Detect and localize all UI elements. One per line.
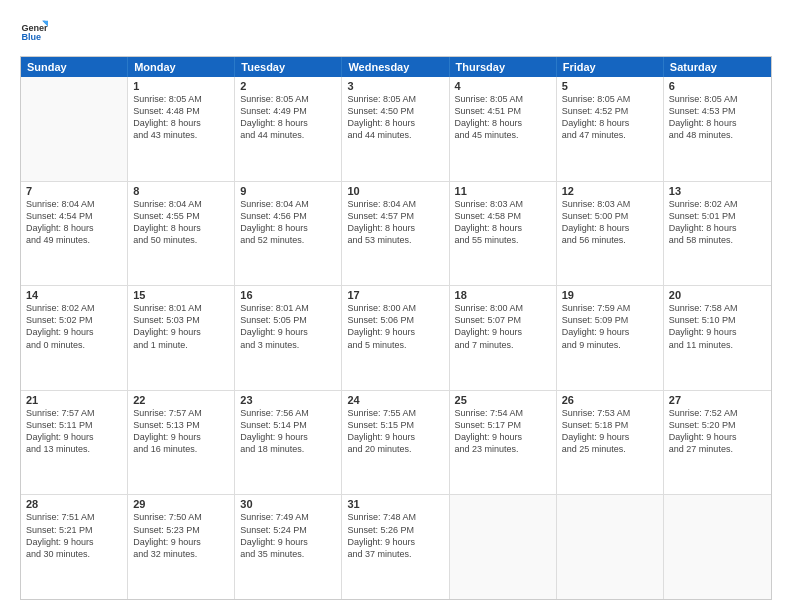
day-number: 29 — [133, 498, 229, 510]
day-number: 23 — [240, 394, 336, 406]
day-number: 10 — [347, 185, 443, 197]
cell-daylight-info: Sunrise: 8:03 AM Sunset: 4:58 PM Dayligh… — [455, 198, 551, 247]
cell-daylight-info: Sunrise: 8:02 AM Sunset: 5:02 PM Dayligh… — [26, 302, 122, 351]
day-header-sunday: Sunday — [21, 57, 128, 77]
calendar-cell-29: 29Sunrise: 7:50 AM Sunset: 5:23 PM Dayli… — [128, 495, 235, 599]
day-number: 31 — [347, 498, 443, 510]
calendar-row-4: 21Sunrise: 7:57 AM Sunset: 5:11 PM Dayli… — [21, 391, 771, 496]
day-number: 27 — [669, 394, 766, 406]
day-number: 20 — [669, 289, 766, 301]
day-number: 5 — [562, 80, 658, 92]
calendar-cell-8: 8Sunrise: 8:04 AM Sunset: 4:55 PM Daylig… — [128, 182, 235, 286]
cell-daylight-info: Sunrise: 7:52 AM Sunset: 5:20 PM Dayligh… — [669, 407, 766, 456]
cell-daylight-info: Sunrise: 8:05 AM Sunset: 4:50 PM Dayligh… — [347, 93, 443, 142]
cell-daylight-info: Sunrise: 7:48 AM Sunset: 5:26 PM Dayligh… — [347, 511, 443, 560]
calendar-cell-18: 18Sunrise: 8:00 AM Sunset: 5:07 PM Dayli… — [450, 286, 557, 390]
day-number: 3 — [347, 80, 443, 92]
calendar-cell-10: 10Sunrise: 8:04 AM Sunset: 4:57 PM Dayli… — [342, 182, 449, 286]
cell-daylight-info: Sunrise: 8:02 AM Sunset: 5:01 PM Dayligh… — [669, 198, 766, 247]
day-number: 22 — [133, 394, 229, 406]
calendar-cell-empty — [21, 77, 128, 181]
calendar-row-3: 14Sunrise: 8:02 AM Sunset: 5:02 PM Dayli… — [21, 286, 771, 391]
calendar-row-2: 7Sunrise: 8:04 AM Sunset: 4:54 PM Daylig… — [21, 182, 771, 287]
cell-daylight-info: Sunrise: 8:04 AM Sunset: 4:57 PM Dayligh… — [347, 198, 443, 247]
calendar-body: 1Sunrise: 8:05 AM Sunset: 4:48 PM Daylig… — [21, 77, 771, 599]
day-number: 26 — [562, 394, 658, 406]
page-header: General Blue — [20, 18, 772, 46]
day-header-thursday: Thursday — [450, 57, 557, 77]
calendar-cell-17: 17Sunrise: 8:00 AM Sunset: 5:06 PM Dayli… — [342, 286, 449, 390]
calendar-cell-13: 13Sunrise: 8:02 AM Sunset: 5:01 PM Dayli… — [664, 182, 771, 286]
cell-daylight-info: Sunrise: 8:04 AM Sunset: 4:54 PM Dayligh… — [26, 198, 122, 247]
cell-daylight-info: Sunrise: 7:49 AM Sunset: 5:24 PM Dayligh… — [240, 511, 336, 560]
calendar-cell-24: 24Sunrise: 7:55 AM Sunset: 5:15 PM Dayli… — [342, 391, 449, 495]
day-header-tuesday: Tuesday — [235, 57, 342, 77]
day-number: 14 — [26, 289, 122, 301]
day-number: 24 — [347, 394, 443, 406]
calendar-cell-14: 14Sunrise: 8:02 AM Sunset: 5:02 PM Dayli… — [21, 286, 128, 390]
cell-daylight-info: Sunrise: 8:05 AM Sunset: 4:53 PM Dayligh… — [669, 93, 766, 142]
cell-daylight-info: Sunrise: 7:57 AM Sunset: 5:13 PM Dayligh… — [133, 407, 229, 456]
day-number: 28 — [26, 498, 122, 510]
calendar-cell-4: 4Sunrise: 8:05 AM Sunset: 4:51 PM Daylig… — [450, 77, 557, 181]
calendar-row-1: 1Sunrise: 8:05 AM Sunset: 4:48 PM Daylig… — [21, 77, 771, 182]
day-number: 18 — [455, 289, 551, 301]
day-number: 19 — [562, 289, 658, 301]
calendar-cell-1: 1Sunrise: 8:05 AM Sunset: 4:48 PM Daylig… — [128, 77, 235, 181]
day-header-wednesday: Wednesday — [342, 57, 449, 77]
calendar-cell-9: 9Sunrise: 8:04 AM Sunset: 4:56 PM Daylig… — [235, 182, 342, 286]
calendar-cell-28: 28Sunrise: 7:51 AM Sunset: 5:21 PM Dayli… — [21, 495, 128, 599]
calendar-cell-19: 19Sunrise: 7:59 AM Sunset: 5:09 PM Dayli… — [557, 286, 664, 390]
cell-daylight-info: Sunrise: 7:53 AM Sunset: 5:18 PM Dayligh… — [562, 407, 658, 456]
calendar-cell-30: 30Sunrise: 7:49 AM Sunset: 5:24 PM Dayli… — [235, 495, 342, 599]
day-number: 15 — [133, 289, 229, 301]
cell-daylight-info: Sunrise: 8:04 AM Sunset: 4:55 PM Dayligh… — [133, 198, 229, 247]
calendar-cell-3: 3Sunrise: 8:05 AM Sunset: 4:50 PM Daylig… — [342, 77, 449, 181]
logo: General Blue — [20, 18, 48, 46]
day-number: 12 — [562, 185, 658, 197]
calendar: SundayMondayTuesdayWednesdayThursdayFrid… — [20, 56, 772, 600]
cell-daylight-info: Sunrise: 8:00 AM Sunset: 5:06 PM Dayligh… — [347, 302, 443, 351]
day-number: 9 — [240, 185, 336, 197]
cell-daylight-info: Sunrise: 8:04 AM Sunset: 4:56 PM Dayligh… — [240, 198, 336, 247]
cell-daylight-info: Sunrise: 7:57 AM Sunset: 5:11 PM Dayligh… — [26, 407, 122, 456]
day-number: 13 — [669, 185, 766, 197]
calendar-cell-5: 5Sunrise: 8:05 AM Sunset: 4:52 PM Daylig… — [557, 77, 664, 181]
cell-daylight-info: Sunrise: 7:54 AM Sunset: 5:17 PM Dayligh… — [455, 407, 551, 456]
day-number: 6 — [669, 80, 766, 92]
calendar-cell-22: 22Sunrise: 7:57 AM Sunset: 5:13 PM Dayli… — [128, 391, 235, 495]
cell-daylight-info: Sunrise: 7:58 AM Sunset: 5:10 PM Dayligh… — [669, 302, 766, 351]
cell-daylight-info: Sunrise: 8:01 AM Sunset: 5:05 PM Dayligh… — [240, 302, 336, 351]
svg-text:Blue: Blue — [21, 32, 41, 42]
calendar-cell-27: 27Sunrise: 7:52 AM Sunset: 5:20 PM Dayli… — [664, 391, 771, 495]
day-number: 21 — [26, 394, 122, 406]
cell-daylight-info: Sunrise: 7:59 AM Sunset: 5:09 PM Dayligh… — [562, 302, 658, 351]
calendar-cell-20: 20Sunrise: 7:58 AM Sunset: 5:10 PM Dayli… — [664, 286, 771, 390]
cell-daylight-info: Sunrise: 8:03 AM Sunset: 5:00 PM Dayligh… — [562, 198, 658, 247]
cell-daylight-info: Sunrise: 8:00 AM Sunset: 5:07 PM Dayligh… — [455, 302, 551, 351]
cell-daylight-info: Sunrise: 8:01 AM Sunset: 5:03 PM Dayligh… — [133, 302, 229, 351]
day-number: 2 — [240, 80, 336, 92]
day-number: 4 — [455, 80, 551, 92]
calendar-header: SundayMondayTuesdayWednesdayThursdayFrid… — [21, 57, 771, 77]
calendar-row-5: 28Sunrise: 7:51 AM Sunset: 5:21 PM Dayli… — [21, 495, 771, 599]
calendar-cell-25: 25Sunrise: 7:54 AM Sunset: 5:17 PM Dayli… — [450, 391, 557, 495]
day-header-friday: Friday — [557, 57, 664, 77]
calendar-cell-7: 7Sunrise: 8:04 AM Sunset: 4:54 PM Daylig… — [21, 182, 128, 286]
day-header-saturday: Saturday — [664, 57, 771, 77]
calendar-cell-empty — [450, 495, 557, 599]
cell-daylight-info: Sunrise: 8:05 AM Sunset: 4:48 PM Dayligh… — [133, 93, 229, 142]
cell-daylight-info: Sunrise: 7:56 AM Sunset: 5:14 PM Dayligh… — [240, 407, 336, 456]
calendar-cell-empty — [664, 495, 771, 599]
day-number: 25 — [455, 394, 551, 406]
day-number: 11 — [455, 185, 551, 197]
day-number: 30 — [240, 498, 336, 510]
day-number: 7 — [26, 185, 122, 197]
calendar-cell-26: 26Sunrise: 7:53 AM Sunset: 5:18 PM Dayli… — [557, 391, 664, 495]
day-number: 8 — [133, 185, 229, 197]
logo-icon: General Blue — [20, 18, 48, 46]
calendar-cell-31: 31Sunrise: 7:48 AM Sunset: 5:26 PM Dayli… — [342, 495, 449, 599]
calendar-cell-12: 12Sunrise: 8:03 AM Sunset: 5:00 PM Dayli… — [557, 182, 664, 286]
day-header-monday: Monday — [128, 57, 235, 77]
calendar-cell-empty — [557, 495, 664, 599]
